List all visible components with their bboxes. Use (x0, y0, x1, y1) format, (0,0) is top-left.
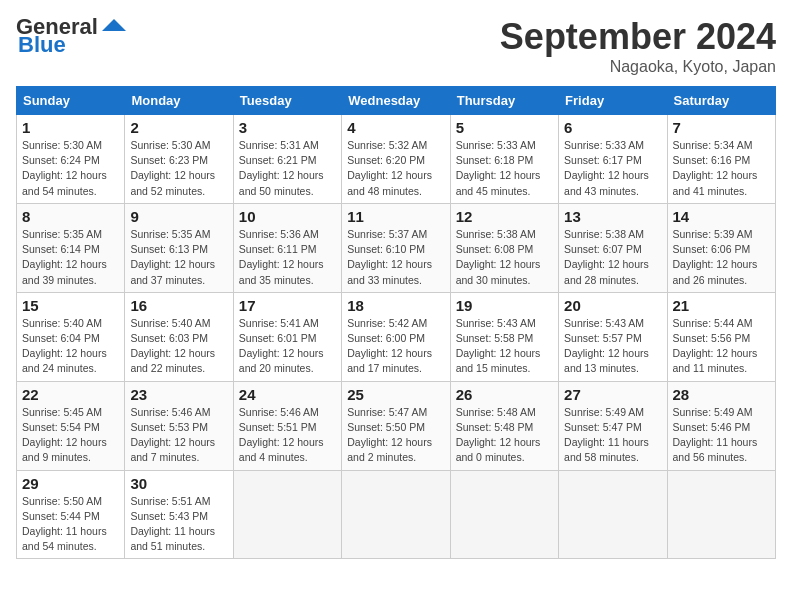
calendar: SundayMondayTuesdayWednesdayThursdayFrid… (16, 86, 776, 559)
day-info: Sunrise: 5:38 AM Sunset: 6:07 PM Dayligh… (564, 227, 661, 288)
day-cell: 21Sunrise: 5:44 AM Sunset: 5:56 PM Dayli… (667, 292, 775, 381)
day-number: 3 (239, 119, 336, 136)
day-cell: 5Sunrise: 5:33 AM Sunset: 6:18 PM Daylig… (450, 115, 558, 204)
day-number: 10 (239, 208, 336, 225)
day-number: 19 (456, 297, 553, 314)
day-info: Sunrise: 5:39 AM Sunset: 6:06 PM Dayligh… (673, 227, 770, 288)
day-cell: 7Sunrise: 5:34 AM Sunset: 6:16 PM Daylig… (667, 115, 775, 204)
day-number: 18 (347, 297, 444, 314)
day-cell: 13Sunrise: 5:38 AM Sunset: 6:07 PM Dayli… (559, 203, 667, 292)
day-info: Sunrise: 5:33 AM Sunset: 6:18 PM Dayligh… (456, 138, 553, 199)
header: General Blue September 2024 Nagaoka, Kyo… (16, 16, 776, 76)
day-number: 22 (22, 386, 119, 403)
day-number: 4 (347, 119, 444, 136)
day-number: 24 (239, 386, 336, 403)
day-info: Sunrise: 5:51 AM Sunset: 5:43 PM Dayligh… (130, 494, 227, 555)
day-number: 9 (130, 208, 227, 225)
day-cell: 28Sunrise: 5:49 AM Sunset: 5:46 PM Dayli… (667, 381, 775, 470)
location-title: Nagaoka, Kyoto, Japan (500, 58, 776, 76)
day-info: Sunrise: 5:34 AM Sunset: 6:16 PM Dayligh… (673, 138, 770, 199)
logo: General Blue (16, 16, 130, 56)
day-number: 27 (564, 386, 661, 403)
day-info: Sunrise: 5:40 AM Sunset: 6:04 PM Dayligh… (22, 316, 119, 377)
day-cell: 26Sunrise: 5:48 AM Sunset: 5:48 PM Dayli… (450, 381, 558, 470)
day-info: Sunrise: 5:35 AM Sunset: 6:14 PM Dayligh… (22, 227, 119, 288)
day-cell: 27Sunrise: 5:49 AM Sunset: 5:47 PM Dayli… (559, 381, 667, 470)
day-number: 21 (673, 297, 770, 314)
day-info: Sunrise: 5:46 AM Sunset: 5:53 PM Dayligh… (130, 405, 227, 466)
column-header-sunday: Sunday (17, 87, 125, 115)
day-cell: 18Sunrise: 5:42 AM Sunset: 6:00 PM Dayli… (342, 292, 450, 381)
day-cell: 30Sunrise: 5:51 AM Sunset: 5:43 PM Dayli… (125, 470, 233, 559)
column-header-tuesday: Tuesday (233, 87, 341, 115)
day-cell: 6Sunrise: 5:33 AM Sunset: 6:17 PM Daylig… (559, 115, 667, 204)
day-cell (342, 470, 450, 559)
day-info: Sunrise: 5:30 AM Sunset: 6:24 PM Dayligh… (22, 138, 119, 199)
logo-arrow-icon (100, 15, 130, 35)
day-info: Sunrise: 5:36 AM Sunset: 6:11 PM Dayligh… (239, 227, 336, 288)
day-info: Sunrise: 5:38 AM Sunset: 6:08 PM Dayligh… (456, 227, 553, 288)
day-info: Sunrise: 5:40 AM Sunset: 6:03 PM Dayligh… (130, 316, 227, 377)
day-cell: 2Sunrise: 5:30 AM Sunset: 6:23 PM Daylig… (125, 115, 233, 204)
week-row-4: 22Sunrise: 5:45 AM Sunset: 5:54 PM Dayli… (17, 381, 776, 470)
month-title: September 2024 (500, 16, 776, 58)
day-cell: 15Sunrise: 5:40 AM Sunset: 6:04 PM Dayli… (17, 292, 125, 381)
week-row-5: 29Sunrise: 5:50 AM Sunset: 5:44 PM Dayli… (17, 470, 776, 559)
day-number: 20 (564, 297, 661, 314)
day-number: 2 (130, 119, 227, 136)
week-row-1: 1Sunrise: 5:30 AM Sunset: 6:24 PM Daylig… (17, 115, 776, 204)
day-number: 8 (22, 208, 119, 225)
day-info: Sunrise: 5:49 AM Sunset: 5:47 PM Dayligh… (564, 405, 661, 466)
day-info: Sunrise: 5:47 AM Sunset: 5:50 PM Dayligh… (347, 405, 444, 466)
svg-marker-0 (102, 19, 126, 31)
day-info: Sunrise: 5:35 AM Sunset: 6:13 PM Dayligh… (130, 227, 227, 288)
day-info: Sunrise: 5:46 AM Sunset: 5:51 PM Dayligh… (239, 405, 336, 466)
day-number: 7 (673, 119, 770, 136)
day-info: Sunrise: 5:50 AM Sunset: 5:44 PM Dayligh… (22, 494, 119, 555)
week-row-3: 15Sunrise: 5:40 AM Sunset: 6:04 PM Dayli… (17, 292, 776, 381)
day-number: 11 (347, 208, 444, 225)
day-cell: 4Sunrise: 5:32 AM Sunset: 6:20 PM Daylig… (342, 115, 450, 204)
day-info: Sunrise: 5:44 AM Sunset: 5:56 PM Dayligh… (673, 316, 770, 377)
day-info: Sunrise: 5:45 AM Sunset: 5:54 PM Dayligh… (22, 405, 119, 466)
day-number: 15 (22, 297, 119, 314)
day-cell (450, 470, 558, 559)
day-number: 1 (22, 119, 119, 136)
day-number: 17 (239, 297, 336, 314)
logo-blue-text: Blue (18, 34, 66, 56)
day-info: Sunrise: 5:49 AM Sunset: 5:46 PM Dayligh… (673, 405, 770, 466)
day-cell: 17Sunrise: 5:41 AM Sunset: 6:01 PM Dayli… (233, 292, 341, 381)
day-number: 13 (564, 208, 661, 225)
day-number: 25 (347, 386, 444, 403)
day-info: Sunrise: 5:43 AM Sunset: 5:58 PM Dayligh… (456, 316, 553, 377)
day-cell: 14Sunrise: 5:39 AM Sunset: 6:06 PM Dayli… (667, 203, 775, 292)
week-row-2: 8Sunrise: 5:35 AM Sunset: 6:14 PM Daylig… (17, 203, 776, 292)
day-cell: 1Sunrise: 5:30 AM Sunset: 6:24 PM Daylig… (17, 115, 125, 204)
day-info: Sunrise: 5:31 AM Sunset: 6:21 PM Dayligh… (239, 138, 336, 199)
day-cell: 12Sunrise: 5:38 AM Sunset: 6:08 PM Dayli… (450, 203, 558, 292)
day-info: Sunrise: 5:33 AM Sunset: 6:17 PM Dayligh… (564, 138, 661, 199)
day-cell: 25Sunrise: 5:47 AM Sunset: 5:50 PM Dayli… (342, 381, 450, 470)
day-number: 6 (564, 119, 661, 136)
day-cell: 22Sunrise: 5:45 AM Sunset: 5:54 PM Dayli… (17, 381, 125, 470)
day-cell (233, 470, 341, 559)
day-number: 23 (130, 386, 227, 403)
day-cell (667, 470, 775, 559)
day-info: Sunrise: 5:41 AM Sunset: 6:01 PM Dayligh… (239, 316, 336, 377)
day-number: 5 (456, 119, 553, 136)
column-header-saturday: Saturday (667, 87, 775, 115)
day-cell: 10Sunrise: 5:36 AM Sunset: 6:11 PM Dayli… (233, 203, 341, 292)
day-number: 28 (673, 386, 770, 403)
day-cell (559, 470, 667, 559)
day-number: 14 (673, 208, 770, 225)
day-info: Sunrise: 5:32 AM Sunset: 6:20 PM Dayligh… (347, 138, 444, 199)
day-info: Sunrise: 5:42 AM Sunset: 6:00 PM Dayligh… (347, 316, 444, 377)
column-header-thursday: Thursday (450, 87, 558, 115)
day-cell: 19Sunrise: 5:43 AM Sunset: 5:58 PM Dayli… (450, 292, 558, 381)
column-header-monday: Monday (125, 87, 233, 115)
day-number: 30 (130, 475, 227, 492)
column-header-wednesday: Wednesday (342, 87, 450, 115)
day-cell: 16Sunrise: 5:40 AM Sunset: 6:03 PM Dayli… (125, 292, 233, 381)
day-info: Sunrise: 5:30 AM Sunset: 6:23 PM Dayligh… (130, 138, 227, 199)
day-cell: 23Sunrise: 5:46 AM Sunset: 5:53 PM Dayli… (125, 381, 233, 470)
